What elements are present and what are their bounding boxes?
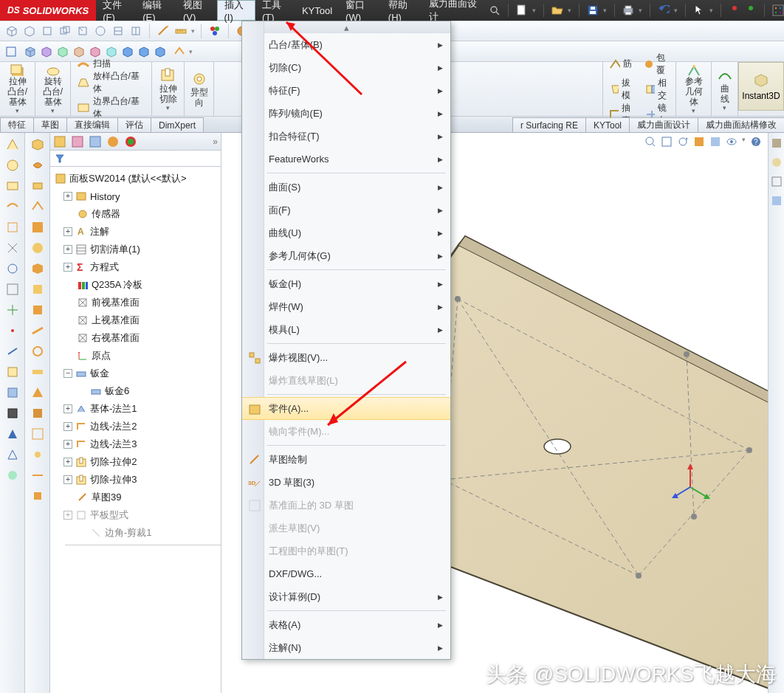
l1-i17[interactable]: [5, 468, 20, 483]
filter-icon[interactable]: [55, 154, 65, 164]
tree-equations[interactable]: +Σ方程式: [50, 258, 221, 276]
rb-i2[interactable]: [771, 156, 783, 168]
l2-i3[interactable]: [30, 179, 45, 193]
tree-right[interactable]: 右视基准面: [50, 329, 221, 347]
l1-i10[interactable]: [5, 323, 20, 338]
traffic-light-red[interactable]: [729, 4, 740, 16]
insert-menu-scroll-up[interactable]: ▴: [242, 21, 450, 33]
qa-cube7[interactable]: [111, 24, 125, 38]
menu-tools[interactable]: 工具(T): [255, 0, 295, 21]
grp-cut[interactable]: 拉伸切除 ▾: [152, 62, 185, 116]
l2-i1[interactable]: [30, 137, 45, 152]
l1-i2[interactable]: [5, 158, 20, 173]
save-icon[interactable]: [587, 4, 599, 16]
l2-i12[interactable]: [30, 365, 45, 379]
print-icon[interactable]: [622, 4, 634, 16]
mi-features[interactable]: 特征(F): [242, 79, 450, 102]
grp-curves[interactable]: 曲线 ▾: [712, 62, 738, 116]
grp-revolve[interactable]: 旋转凸台/基体 ▾: [35, 62, 71, 116]
tree-edgeflange2[interactable]: +边线-法兰2: [50, 418, 221, 435]
l1-i14[interactable]: [5, 406, 20, 421]
rb-i1[interactable]: [771, 137, 783, 149]
tab-surfacing[interactable]: r Surfacing RE: [512, 117, 586, 132]
help-vp-icon[interactable]: ?: [750, 136, 762, 148]
mi-dxf[interactable]: DXF/DWG...: [242, 562, 450, 585]
l1-i3[interactable]: [5, 179, 20, 193]
tree-cutextrude2[interactable]: +切除-拉伸2: [50, 453, 221, 471]
qa2-i1[interactable]: [4, 45, 18, 58]
l2-i14[interactable]: [30, 406, 45, 421]
qa-cube8[interactable]: [128, 24, 143, 38]
appear-tab-icon[interactable]: [124, 135, 137, 148]
zoom-area-icon[interactable]: [661, 136, 673, 148]
tree-edgeflange3[interactable]: +边线-法兰3: [50, 435, 221, 453]
qa-cube5[interactable]: [75, 24, 90, 38]
zoom-fit-icon[interactable]: [644, 136, 656, 148]
l1-i7[interactable]: [5, 261, 20, 276]
l2-i16[interactable]: [30, 447, 45, 462]
qa2-box1[interactable]: [24, 45, 37, 58]
l2-i10[interactable]: [30, 323, 45, 338]
menu-kytool[interactable]: KYTool: [295, 0, 339, 21]
tab-directedit[interactable]: 直接编辑: [66, 117, 118, 132]
mi-surface[interactable]: 曲面(S): [242, 176, 450, 199]
grp-extrude[interactable]: 拉伸凸台/基体 ▾: [0, 62, 35, 116]
tab-evaluate[interactable]: 评估: [117, 117, 151, 132]
tree-anno[interactable]: +A注解: [50, 223, 221, 241]
tree-front[interactable]: 前视基准面: [50, 294, 221, 311]
tree-sketch39[interactable]: 草图39: [50, 489, 221, 506]
l2-i5[interactable]: [30, 220, 45, 235]
mi-fasten[interactable]: 扣合特征(T): [242, 125, 450, 148]
qa-cube4[interactable]: [58, 24, 72, 38]
l1-i8[interactable]: [5, 282, 20, 297]
options-icon[interactable]: [772, 4, 784, 16]
l1-i16[interactable]: [5, 447, 20, 462]
mi-face[interactable]: 面(F): [242, 199, 450, 221]
panel-chevron[interactable]: »: [213, 137, 218, 147]
qa2-box5[interactable]: [89, 45, 102, 58]
qa-cube6[interactable]: [93, 24, 108, 38]
tab-dimxpert[interactable]: DimXpert: [151, 117, 204, 132]
qa2-box2[interactable]: [40, 45, 53, 58]
qa-rebuild-icon[interactable]: [207, 24, 222, 38]
tree-history[interactable]: +History: [50, 187, 221, 205]
qa-cube3[interactable]: [40, 24, 55, 38]
new-icon[interactable]: [516, 4, 528, 16]
tree-cutextrude3[interactable]: +切除-拉伸3: [50, 471, 221, 489]
tab-kytool[interactable]: KYTool: [585, 117, 630, 132]
select-icon[interactable]: [693, 4, 705, 16]
mi-exploded[interactable]: 爆炸视图(V)...: [242, 346, 450, 369]
prop-tab-icon[interactable]: [89, 135, 102, 148]
l2-i18[interactable]: [30, 489, 45, 503]
menu-file[interactable]: 文件(F): [96, 0, 136, 21]
l2-i11[interactable]: [30, 344, 45, 359]
mi-3dsketch[interactable]: 3D3D 草图(3): [242, 471, 450, 494]
config-tab-icon[interactable]: [71, 135, 84, 148]
qa2-sheet-icon[interactable]: [173, 45, 186, 58]
l2-i17[interactable]: [30, 468, 45, 483]
mi-annotations[interactable]: 注解(N): [242, 636, 450, 659]
l1-i5[interactable]: [5, 220, 20, 235]
l1-i11[interactable]: [5, 344, 20, 359]
l1-i15[interactable]: [5, 427, 20, 441]
tree-tab-icon[interactable]: [53, 135, 66, 148]
mi-tables[interactable]: 表格(A): [242, 613, 450, 636]
display-style-icon[interactable]: [709, 136, 721, 148]
menu-view[interactable]: 视图(V): [176, 0, 217, 21]
tree-flatpattern[interactable]: +平板型式: [50, 506, 221, 524]
btn-draft[interactable]: 拔模相交: [609, 77, 671, 102]
qa2-box4[interactable]: [72, 45, 86, 58]
tree-top[interactable]: 上视基准面: [50, 311, 221, 329]
btn-sweep[interactable]: 扫描: [77, 58, 111, 70]
tab-weili2[interactable]: 威力曲面結構修改: [698, 117, 784, 132]
menu-edit[interactable]: 编辑(E): [136, 0, 176, 21]
tree-sensors[interactable]: 传感器: [50, 205, 221, 223]
menu-weili[interactable]: 威力曲面设计: [422, 0, 484, 21]
undo-icon[interactable]: [658, 4, 670, 16]
grp-refgeom[interactable]: 参考几何体 ▾: [676, 62, 712, 116]
l2-i13[interactable]: [30, 385, 45, 400]
l1-i13[interactable]: [5, 385, 20, 400]
l1-i9[interactable]: [5, 303, 20, 317]
grp-wizard[interactable]: 异型向: [185, 62, 214, 116]
l2-i6[interactable]: [30, 241, 45, 255]
